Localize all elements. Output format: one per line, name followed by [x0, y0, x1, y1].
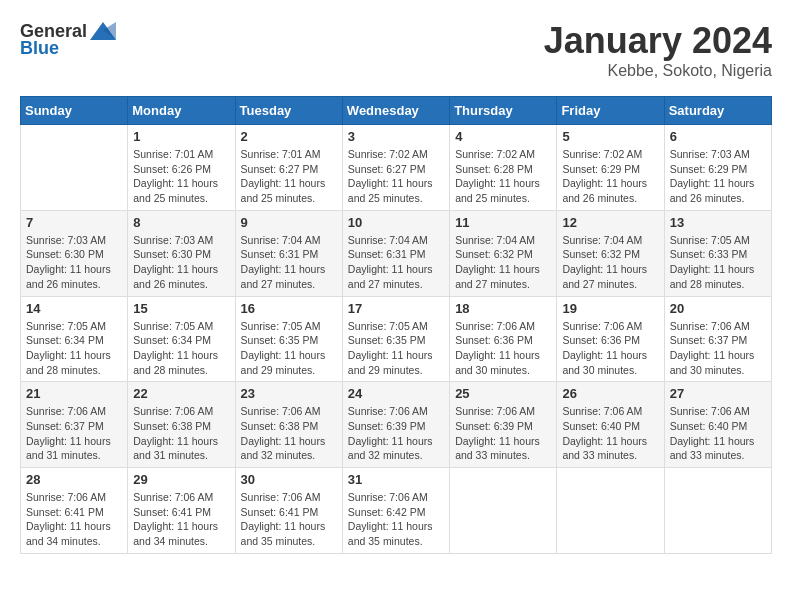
logo: General Blue [20, 20, 116, 59]
day-detail: Sunrise: 7:04 AMSunset: 6:31 PMDaylight:… [241, 233, 337, 292]
calendar-cell: 24Sunrise: 7:06 AMSunset: 6:39 PMDayligh… [342, 382, 449, 468]
day-number: 3 [348, 129, 444, 144]
calendar-header-wednesday: Wednesday [342, 97, 449, 125]
day-number: 17 [348, 301, 444, 316]
month-title: January 2024 [544, 20, 772, 62]
calendar-header-thursday: Thursday [450, 97, 557, 125]
day-detail: Sunrise: 7:06 AMSunset: 6:42 PMDaylight:… [348, 490, 444, 549]
day-detail: Sunrise: 7:05 AMSunset: 6:34 PMDaylight:… [133, 319, 229, 378]
day-number: 25 [455, 386, 551, 401]
day-number: 18 [455, 301, 551, 316]
calendar-cell: 27Sunrise: 7:06 AMSunset: 6:40 PMDayligh… [664, 382, 771, 468]
day-detail: Sunrise: 7:01 AMSunset: 6:27 PMDaylight:… [241, 147, 337, 206]
day-detail: Sunrise: 7:01 AMSunset: 6:26 PMDaylight:… [133, 147, 229, 206]
day-detail: Sunrise: 7:06 AMSunset: 6:41 PMDaylight:… [26, 490, 122, 549]
day-number: 16 [241, 301, 337, 316]
calendar-header-monday: Monday [128, 97, 235, 125]
day-number: 7 [26, 215, 122, 230]
calendar-cell: 28Sunrise: 7:06 AMSunset: 6:41 PMDayligh… [21, 468, 128, 554]
day-detail: Sunrise: 7:06 AMSunset: 6:36 PMDaylight:… [455, 319, 551, 378]
day-number: 30 [241, 472, 337, 487]
day-number: 4 [455, 129, 551, 144]
calendar-cell: 9Sunrise: 7:04 AMSunset: 6:31 PMDaylight… [235, 210, 342, 296]
day-detail: Sunrise: 7:04 AMSunset: 6:32 PMDaylight:… [455, 233, 551, 292]
day-detail: Sunrise: 7:02 AMSunset: 6:28 PMDaylight:… [455, 147, 551, 206]
calendar-cell: 5Sunrise: 7:02 AMSunset: 6:29 PMDaylight… [557, 125, 664, 211]
day-number: 13 [670, 215, 766, 230]
calendar-cell: 8Sunrise: 7:03 AMSunset: 6:30 PMDaylight… [128, 210, 235, 296]
calendar-cell: 26Sunrise: 7:06 AMSunset: 6:40 PMDayligh… [557, 382, 664, 468]
calendar-cell: 17Sunrise: 7:05 AMSunset: 6:35 PMDayligh… [342, 296, 449, 382]
day-number: 26 [562, 386, 658, 401]
calendar-cell [664, 468, 771, 554]
calendar-cell [557, 468, 664, 554]
day-detail: Sunrise: 7:06 AMSunset: 6:36 PMDaylight:… [562, 319, 658, 378]
calendar-row-2: 14Sunrise: 7:05 AMSunset: 6:34 PMDayligh… [21, 296, 772, 382]
calendar-cell: 12Sunrise: 7:04 AMSunset: 6:32 PMDayligh… [557, 210, 664, 296]
day-number: 21 [26, 386, 122, 401]
day-detail: Sunrise: 7:06 AMSunset: 6:39 PMDaylight:… [455, 404, 551, 463]
day-detail: Sunrise: 7:05 AMSunset: 6:34 PMDaylight:… [26, 319, 122, 378]
day-number: 14 [26, 301, 122, 316]
day-detail: Sunrise: 7:06 AMSunset: 6:40 PMDaylight:… [562, 404, 658, 463]
day-number: 6 [670, 129, 766, 144]
calendar-cell: 29Sunrise: 7:06 AMSunset: 6:41 PMDayligh… [128, 468, 235, 554]
day-number: 15 [133, 301, 229, 316]
day-number: 10 [348, 215, 444, 230]
day-detail: Sunrise: 7:06 AMSunset: 6:37 PMDaylight:… [26, 404, 122, 463]
day-number: 22 [133, 386, 229, 401]
calendar-row-0: 1Sunrise: 7:01 AMSunset: 6:26 PMDaylight… [21, 125, 772, 211]
calendar-header-saturday: Saturday [664, 97, 771, 125]
calendar-row-1: 7Sunrise: 7:03 AMSunset: 6:30 PMDaylight… [21, 210, 772, 296]
calendar-cell: 6Sunrise: 7:03 AMSunset: 6:29 PMDaylight… [664, 125, 771, 211]
day-number: 24 [348, 386, 444, 401]
day-number: 1 [133, 129, 229, 144]
day-detail: Sunrise: 7:03 AMSunset: 6:29 PMDaylight:… [670, 147, 766, 206]
day-detail: Sunrise: 7:06 AMSunset: 6:38 PMDaylight:… [133, 404, 229, 463]
calendar-header-row: SundayMondayTuesdayWednesdayThursdayFrid… [21, 97, 772, 125]
day-detail: Sunrise: 7:04 AMSunset: 6:32 PMDaylight:… [562, 233, 658, 292]
day-number: 19 [562, 301, 658, 316]
day-number: 8 [133, 215, 229, 230]
calendar-header-sunday: Sunday [21, 97, 128, 125]
calendar-cell: 25Sunrise: 7:06 AMSunset: 6:39 PMDayligh… [450, 382, 557, 468]
day-detail: Sunrise: 7:03 AMSunset: 6:30 PMDaylight:… [133, 233, 229, 292]
calendar-table: SundayMondayTuesdayWednesdayThursdayFrid… [20, 96, 772, 554]
day-detail: Sunrise: 7:06 AMSunset: 6:37 PMDaylight:… [670, 319, 766, 378]
title-area: January 2024 Kebbe, Sokoto, Nigeria [544, 20, 772, 80]
day-number: 31 [348, 472, 444, 487]
day-number: 20 [670, 301, 766, 316]
logo-text-blue: Blue [20, 38, 59, 59]
page-header: General Blue January 2024 Kebbe, Sokoto,… [20, 20, 772, 80]
calendar-row-3: 21Sunrise: 7:06 AMSunset: 6:37 PMDayligh… [21, 382, 772, 468]
day-number: 9 [241, 215, 337, 230]
day-detail: Sunrise: 7:06 AMSunset: 6:38 PMDaylight:… [241, 404, 337, 463]
calendar-cell: 31Sunrise: 7:06 AMSunset: 6:42 PMDayligh… [342, 468, 449, 554]
calendar-cell: 22Sunrise: 7:06 AMSunset: 6:38 PMDayligh… [128, 382, 235, 468]
calendar-cell: 1Sunrise: 7:01 AMSunset: 6:26 PMDaylight… [128, 125, 235, 211]
calendar-cell: 18Sunrise: 7:06 AMSunset: 6:36 PMDayligh… [450, 296, 557, 382]
calendar-cell: 11Sunrise: 7:04 AMSunset: 6:32 PMDayligh… [450, 210, 557, 296]
calendar-cell: 19Sunrise: 7:06 AMSunset: 6:36 PMDayligh… [557, 296, 664, 382]
day-number: 12 [562, 215, 658, 230]
day-number: 5 [562, 129, 658, 144]
day-detail: Sunrise: 7:06 AMSunset: 6:40 PMDaylight:… [670, 404, 766, 463]
calendar-header-tuesday: Tuesday [235, 97, 342, 125]
calendar-cell: 30Sunrise: 7:06 AMSunset: 6:41 PMDayligh… [235, 468, 342, 554]
calendar-cell: 7Sunrise: 7:03 AMSunset: 6:30 PMDaylight… [21, 210, 128, 296]
day-detail: Sunrise: 7:05 AMSunset: 6:35 PMDaylight:… [348, 319, 444, 378]
calendar-header-friday: Friday [557, 97, 664, 125]
calendar-cell: 13Sunrise: 7:05 AMSunset: 6:33 PMDayligh… [664, 210, 771, 296]
calendar-cell: 3Sunrise: 7:02 AMSunset: 6:27 PMDaylight… [342, 125, 449, 211]
day-number: 23 [241, 386, 337, 401]
day-detail: Sunrise: 7:05 AMSunset: 6:33 PMDaylight:… [670, 233, 766, 292]
calendar-cell: 15Sunrise: 7:05 AMSunset: 6:34 PMDayligh… [128, 296, 235, 382]
calendar-cell: 20Sunrise: 7:06 AMSunset: 6:37 PMDayligh… [664, 296, 771, 382]
day-number: 27 [670, 386, 766, 401]
day-number: 29 [133, 472, 229, 487]
calendar-cell [21, 125, 128, 211]
calendar-cell: 2Sunrise: 7:01 AMSunset: 6:27 PMDaylight… [235, 125, 342, 211]
calendar-cell: 10Sunrise: 7:04 AMSunset: 6:31 PMDayligh… [342, 210, 449, 296]
calendar-cell: 4Sunrise: 7:02 AMSunset: 6:28 PMDaylight… [450, 125, 557, 211]
calendar-cell: 14Sunrise: 7:05 AMSunset: 6:34 PMDayligh… [21, 296, 128, 382]
